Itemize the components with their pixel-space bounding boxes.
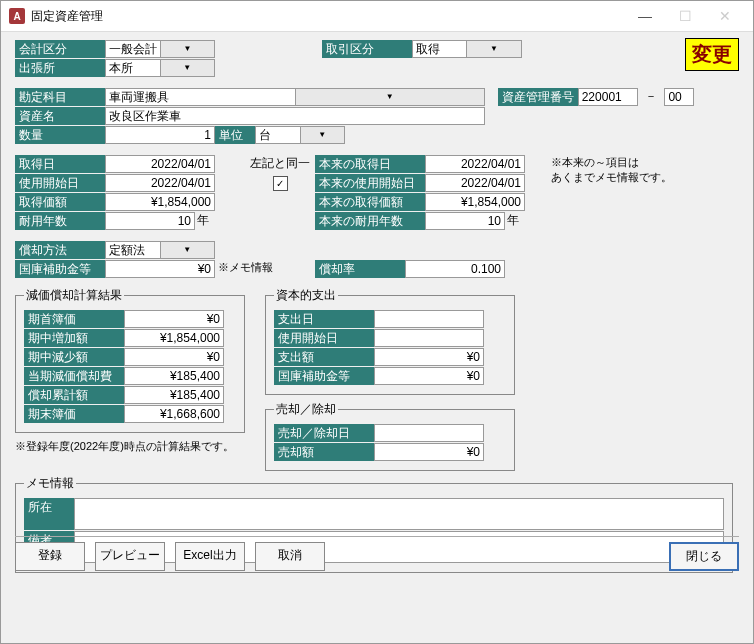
qty-field[interactable]: 1 bbox=[105, 126, 215, 144]
dep-method-select[interactable]: 定額法▼ bbox=[105, 241, 215, 259]
acq-date-label: 取得日 bbox=[15, 155, 105, 173]
cancel-button[interactable]: 取消 bbox=[255, 542, 325, 571]
acq-price-label: 取得価額 bbox=[15, 193, 105, 211]
calc-opening-val: ¥0 bbox=[124, 310, 224, 328]
orig-life-field[interactable]: 10 bbox=[425, 212, 505, 230]
capex-amount-field[interactable]: ¥0 bbox=[374, 348, 484, 366]
shucchojo-label: 出張所 bbox=[15, 59, 105, 77]
capex-group: 資本的支出 支出日 使用開始日 支出額¥0 国庫補助金等¥0 bbox=[265, 287, 515, 395]
excel-button[interactable]: Excel出力 bbox=[175, 542, 245, 571]
mgmt-no-label: 資産管理番号 bbox=[498, 88, 578, 106]
calc-increase-val: ¥1,854,000 bbox=[124, 329, 224, 347]
orig-price-label: 本来の取得価額 bbox=[315, 193, 425, 211]
calc-decrease-label: 期中減少額 bbox=[24, 348, 124, 366]
minimize-button[interactable]: — bbox=[625, 2, 665, 30]
qty-label: 数量 bbox=[15, 126, 105, 144]
asset-name-label: 資産名 bbox=[15, 107, 105, 125]
capex-legend: 資本的支出 bbox=[274, 287, 338, 304]
chevron-down-icon: ▼ bbox=[466, 41, 521, 57]
asset-name-field[interactable]: 改良区作業車 bbox=[105, 107, 485, 125]
memo-loc-field[interactable] bbox=[74, 498, 724, 530]
register-button[interactable]: 登録 bbox=[15, 542, 85, 571]
kaikei-label: 会計区分 bbox=[15, 40, 105, 58]
acq-start-field[interactable]: 2022/04/01 bbox=[105, 174, 215, 192]
chevron-down-icon: ▼ bbox=[300, 127, 345, 143]
capex-start-label: 使用開始日 bbox=[274, 329, 374, 347]
dep-subsidy-note: ※メモ情報 bbox=[218, 261, 273, 273]
window-title: 固定資産管理 bbox=[31, 8, 625, 25]
orig-life-label: 本来の耐用年数 bbox=[315, 212, 425, 230]
torihiki-select[interactable]: 取得▼ bbox=[412, 40, 522, 58]
unit-label: 単位 bbox=[215, 126, 255, 144]
kamoku-select[interactable]: 車両運搬具▼ bbox=[105, 88, 485, 106]
orig-start-field[interactable]: 2022/04/01 bbox=[425, 174, 525, 192]
calc-increase-label: 期中増加額 bbox=[24, 329, 124, 347]
chevron-down-icon: ▼ bbox=[160, 60, 215, 76]
mgmt-no-suffix-field[interactable]: 00 bbox=[664, 88, 694, 106]
dep-rate-label: 償却率 bbox=[315, 260, 405, 278]
shucchojo-select[interactable]: 本所▼ bbox=[105, 59, 215, 77]
capex-subsidy-field[interactable]: ¥0 bbox=[374, 367, 484, 385]
acq-life-unit: 年 bbox=[195, 213, 209, 227]
calc-group: 減価償却計算結果 期首簿価¥0 期中増加額¥1,854,000 期中減少額¥0 … bbox=[15, 287, 245, 433]
calc-closing-val: ¥1,668,600 bbox=[124, 405, 224, 423]
memo-loc-label: 所在 bbox=[24, 498, 74, 530]
orig-start-label: 本来の使用開始日 bbox=[315, 174, 425, 192]
disposal-date-field[interactable] bbox=[374, 424, 484, 442]
dep-rate-field[interactable]: 0.100 bbox=[405, 260, 505, 278]
mgmt-no-sep: － bbox=[641, 89, 661, 103]
acq-life-label: 耐用年数 bbox=[15, 212, 105, 230]
calc-dep-val: ¥185,400 bbox=[124, 367, 224, 385]
disposal-legend: 売却／除却 bbox=[274, 401, 338, 418]
same-checkbox[interactable]: ✓ bbox=[273, 176, 288, 191]
calc-legend: 減価償却計算結果 bbox=[24, 287, 124, 304]
orig-life-unit: 年 bbox=[505, 213, 519, 227]
capex-date-label: 支出日 bbox=[274, 310, 374, 328]
dep-method-label: 償却方法 bbox=[15, 241, 105, 259]
same-label: 左記と同一 bbox=[245, 155, 315, 172]
orig-price-field[interactable]: ¥1,854,000 bbox=[425, 193, 525, 211]
calc-dep-label: 当期減価償却費 bbox=[24, 367, 124, 385]
app-icon: A bbox=[9, 8, 25, 24]
acq-life-field[interactable]: 10 bbox=[105, 212, 195, 230]
acq-date-field[interactable]: 2022/04/01 bbox=[105, 155, 215, 173]
acq-start-label: 使用開始日 bbox=[15, 174, 105, 192]
titlebar: A 固定資産管理 — ☐ ✕ bbox=[1, 1, 753, 32]
disposal-group: 売却／除却 売却／除却日 売却額¥0 bbox=[265, 401, 515, 471]
orig-date-label: 本来の取得日 bbox=[315, 155, 425, 173]
disposal-date-label: 売却／除却日 bbox=[274, 424, 374, 442]
calc-note: ※登録年度(2022年度)時点の計算結果です。 bbox=[15, 439, 245, 454]
disposal-amount-label: 売却額 bbox=[274, 443, 374, 461]
capex-subsidy-label: 国庫補助金等 bbox=[274, 367, 374, 385]
memo-legend: メモ情報 bbox=[24, 475, 76, 492]
calc-accum-label: 償却累計額 bbox=[24, 386, 124, 404]
capex-date-field[interactable] bbox=[374, 310, 484, 328]
torihiki-label: 取引区分 bbox=[322, 40, 412, 58]
dep-subsidy-field[interactable]: ¥0 bbox=[105, 260, 215, 278]
calc-closing-label: 期末簿価 bbox=[24, 405, 124, 423]
dep-subsidy-label: 国庫補助金等 bbox=[15, 260, 105, 278]
kamoku-label: 勘定科目 bbox=[15, 88, 105, 106]
calc-decrease-val: ¥0 bbox=[124, 348, 224, 366]
maximize-button: ☐ bbox=[665, 2, 705, 30]
orig-date-field[interactable]: 2022/04/01 bbox=[425, 155, 525, 173]
orig-note1: ※本来の～項目は bbox=[551, 155, 672, 170]
chevron-down-icon: ▼ bbox=[295, 89, 485, 105]
orig-note2: あくまでメモ情報です。 bbox=[551, 170, 672, 185]
calc-accum-val: ¥185,400 bbox=[124, 386, 224, 404]
mgmt-no-field[interactable]: 220001 bbox=[578, 88, 638, 106]
kaikei-select[interactable]: 一般会計▼ bbox=[105, 40, 215, 58]
calc-opening-label: 期首簿価 bbox=[24, 310, 124, 328]
acq-price-field[interactable]: ¥1,854,000 bbox=[105, 193, 215, 211]
chevron-down-icon: ▼ bbox=[160, 242, 215, 258]
mode-badge: 変更 bbox=[685, 38, 739, 71]
unit-select[interactable]: 台▼ bbox=[255, 126, 345, 144]
capex-amount-label: 支出額 bbox=[274, 348, 374, 366]
preview-button[interactable]: プレビュー bbox=[95, 542, 165, 571]
disposal-amount-field[interactable]: ¥0 bbox=[374, 443, 484, 461]
close-button[interactable]: 閉じる bbox=[669, 542, 739, 571]
close-window-button: ✕ bbox=[705, 2, 745, 30]
chevron-down-icon: ▼ bbox=[160, 41, 214, 57]
capex-start-field[interactable] bbox=[374, 329, 484, 347]
